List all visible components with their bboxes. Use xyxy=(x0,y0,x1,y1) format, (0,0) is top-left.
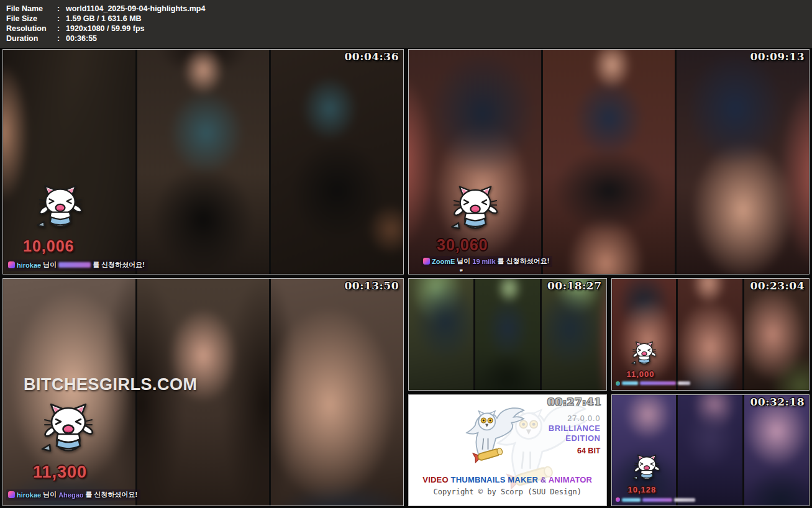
chat-badge-icon xyxy=(8,491,15,498)
file-name-value: world1104_2025-09-04-highlights.mp4 xyxy=(66,4,205,13)
video-frame-7: 00:32:18 10,128 xyxy=(611,394,810,507)
chat-badge-icon xyxy=(8,261,15,268)
file-size-row: File Size:1.59 GB / 1 631.6 MB xyxy=(6,14,812,24)
timestamp-overlay: 00:32:18 xyxy=(750,396,805,408)
chat-overlay: hirokae님이를 신청하셨어요! xyxy=(6,260,148,271)
chat-username: hirokae xyxy=(17,261,41,269)
vtm-branding-frame: 00:27:41 27.0.0.0 BRILLIANCE EDITION 64 … xyxy=(408,394,607,507)
edition-line2: EDITION xyxy=(549,433,601,443)
thumbnail-grid: 00:04:36 10,006 hirokae님이를 신청하셨어요! 00:09… xyxy=(0,48,812,508)
video-frame-3: 00:13:50 BITCHESGIRLS.COM 11,300 hirokae… xyxy=(2,278,404,506)
timestamp-overlay: 00:18:27 xyxy=(547,279,602,292)
timestamp-overlay: 00:23:04 xyxy=(750,279,805,292)
copyright-line: Copyright © by Scorp (SUU Design) xyxy=(409,488,606,496)
timestamp-overlay: 00:13:50 xyxy=(344,279,399,292)
chat-badge-icon xyxy=(423,258,430,265)
donation-count: 30,060 xyxy=(437,236,488,254)
frame-strip xyxy=(409,279,473,390)
resolution-label: Resolution xyxy=(6,24,57,34)
frame-strip xyxy=(543,50,675,274)
frame-strip xyxy=(744,395,809,506)
frame-strip xyxy=(271,50,403,274)
chat-overlay: ZoomE님이19 milk를 신청하셨어요! xyxy=(421,256,552,267)
edition-line1: BRILLIANCE xyxy=(549,424,601,433)
timestamp-overlay: 00:09:13 xyxy=(750,50,805,63)
ditto-mark: ❞ xyxy=(460,268,463,274)
blurred-request-text xyxy=(58,262,91,268)
chat-username: hirokae xyxy=(17,491,41,499)
video-frame-5: 00:23:04 11,000 xyxy=(611,278,810,391)
cat-mascot-icon xyxy=(33,183,88,238)
owl-logo-icon xyxy=(447,404,534,471)
video-frame-4: 00:18:27 xyxy=(408,278,607,391)
file-size-label: File Size xyxy=(6,14,57,24)
cat-mascot-icon xyxy=(631,453,663,486)
chat-badge-icon xyxy=(616,497,620,502)
frame-strip xyxy=(475,279,540,390)
timestamp-overlay: 00:27:41 xyxy=(547,396,602,408)
duration-row: Duration:00:36:55 xyxy=(6,34,812,43)
file-name-label: File Name xyxy=(6,4,57,14)
frame-strip xyxy=(271,279,403,506)
file-size-value: 1.59 GB / 1 631.6 MB xyxy=(66,14,142,23)
chat-overlay: hirokae님이Ahegao를 신청하셨어요! xyxy=(6,489,140,501)
timestamp-overlay: 00:04:36 xyxy=(344,50,399,63)
app-title: VIDEO THUMBNAILS MAKER & ANIMATOR xyxy=(409,475,606,484)
cat-mascot-icon xyxy=(37,401,99,463)
file-info-header: File Name:world1104_2025-09-04-highlight… xyxy=(0,0,812,48)
bits-label: 64 BIT xyxy=(549,446,601,456)
duration-label: Duration xyxy=(6,34,57,43)
thumbnail-sheet: File Name:world1104_2025-09-04-highlight… xyxy=(0,0,812,508)
donation-count: 10,128 xyxy=(628,485,657,494)
chat-overlay-blurred xyxy=(616,381,690,386)
cat-mascot-icon xyxy=(629,340,659,370)
resolution-value: 1920x1080 / 59.99 fps xyxy=(66,24,145,33)
chat-request: 19 milk xyxy=(472,258,495,265)
duration-value: 00:36:55 xyxy=(66,34,97,43)
frame-strip xyxy=(677,50,809,274)
small-frames-block: 00:18:27 00:23:04 11,000 xyxy=(408,278,810,506)
chat-username: ZoomE xyxy=(432,258,455,265)
version-number: 27.0.0.0 xyxy=(549,414,601,424)
version-block: 27.0.0.0 BRILLIANCE EDITION 64 BIT xyxy=(549,414,601,456)
frame-strip xyxy=(542,279,606,390)
site-watermark: BITCHESGIRLS.COM xyxy=(24,375,198,394)
donation-count: 11,000 xyxy=(627,370,655,379)
resolution-row: Resolution:1920x1080 / 59.99 fps xyxy=(6,24,812,34)
frame-strip xyxy=(678,395,742,506)
chat-overlay-blurred xyxy=(616,497,695,502)
video-frame-2: 00:09:13 30,060 ZoomE님이19 milk를 신청하셨어요! … xyxy=(408,49,810,274)
chat-request: Ahegao xyxy=(58,491,83,499)
cat-mascot-icon xyxy=(447,184,503,240)
donation-count: 10,006 xyxy=(23,237,74,255)
frame-strip xyxy=(744,279,809,390)
file-name-row: File Name:world1104_2025-09-04-highlight… xyxy=(6,4,812,14)
video-frame-1: 00:04:36 10,006 hirokae님이를 신청하셨어요! xyxy=(2,49,404,274)
frame-strip xyxy=(137,50,270,274)
frame-strip xyxy=(678,279,742,390)
chat-badge-icon xyxy=(616,381,620,386)
donation-count: 11,300 xyxy=(33,463,87,482)
